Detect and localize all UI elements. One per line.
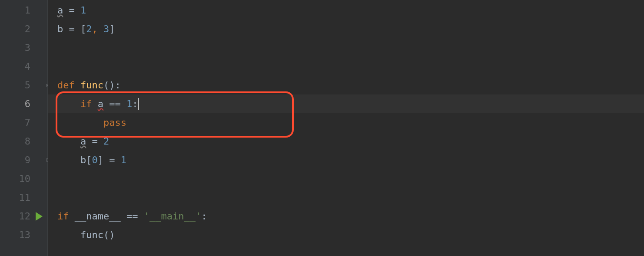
code-token: if [57,211,75,222]
code-token: = [ [63,24,86,34]
code-token: : [132,98,138,109]
gutter-row[interactable]: 4 [0,57,48,76]
gutter[interactable]: 12345⊟6789⊟10111213 [0,0,48,256]
code-token: __name__ == [75,211,144,222]
line-number: 12 [19,211,31,222]
gutter-row[interactable]: 6 [0,94,48,113]
gutter-row[interactable]: 5⊟ [0,76,48,94]
code-token: if [80,98,98,109]
code-token: a [57,5,63,16]
code-token: func() [80,229,115,240]
code-editor[interactable]: 12345⊟6789⊟10111213 a = 1b = [2, 3]def f… [0,0,644,256]
code-line[interactable]: b[0] = 1 [48,151,644,169]
indent [57,155,80,165]
code-token: a [98,98,103,109]
code-area[interactable]: a = 1b = [2, 3]def func(): if a == 1: pa… [48,0,644,256]
line-number: 8 [25,136,30,147]
code-line[interactable]: func() [48,226,644,244]
code-token: def [57,80,80,91]
code-line[interactable]: a = 1 [48,1,644,20]
code-token: pass [103,117,126,128]
code-token: , [92,24,103,34]
code-token: = [86,136,103,147]
code-token: 1 [80,5,86,16]
line-number: 1 [25,5,30,16]
gutter-row[interactable]: 9⊟ [0,151,48,169]
code-token: 3 [103,24,109,34]
gutter-row[interactable]: 11 [0,188,48,207]
code-token: == [103,98,126,109]
code-line[interactable]: if __name__ == '__main__': [48,207,644,226]
code-line[interactable] [48,38,644,57]
code-token: 2 [86,24,92,34]
code-token: : [201,211,207,222]
code-line[interactable] [48,57,644,76]
code-token: b[ [80,155,92,165]
gutter-row[interactable]: 10 [0,169,48,188]
code-token: a [80,136,86,147]
code-token: b [57,24,63,34]
run-gutter-icon[interactable] [36,212,43,221]
code-token: 0 [92,155,97,165]
line-number: 3 [25,42,30,53]
indent [57,98,80,109]
code-line[interactable] [48,169,644,188]
code-line[interactable]: b = [2, 3] [48,20,644,38]
line-number: 11 [19,192,31,203]
code-line[interactable] [48,188,644,207]
code-token: 1 [126,98,132,109]
code-token: ] = [98,155,121,165]
gutter-row[interactable]: 1 [0,1,48,20]
gutter-row[interactable]: 2 [0,20,48,38]
line-number: 7 [25,117,30,128]
line-number: 9 [25,155,30,165]
code-token: = [63,5,80,16]
line-number: 2 [25,24,30,34]
indent [57,117,103,128]
code-line[interactable]: def func(): [48,76,644,94]
line-number: 10 [19,173,31,184]
line-number: 5 [25,80,30,91]
line-number: 4 [25,61,30,72]
indent [57,229,80,240]
code-token: '__main__' [144,211,201,222]
gutter-row[interactable]: 7 [0,113,48,132]
code-token: 2 [103,136,109,147]
gutter-row[interactable]: 3 [0,38,48,57]
gutter-row[interactable]: 13 [0,226,48,244]
code-token: (): [103,80,121,91]
gutter-row[interactable]: 8 [0,132,48,151]
line-number: 13 [19,229,31,240]
code-line[interactable]: if a == 1: [48,94,644,113]
code-token: func [80,80,103,91]
text-caret [138,98,139,110]
indent [57,136,80,147]
gutter-row[interactable]: 12 [0,207,48,226]
code-line[interactable]: pass [48,113,644,132]
line-number: 6 [25,98,30,109]
code-token: ] [109,24,115,34]
code-line[interactable]: a = 2 [48,132,644,151]
code-token: 1 [121,155,126,165]
